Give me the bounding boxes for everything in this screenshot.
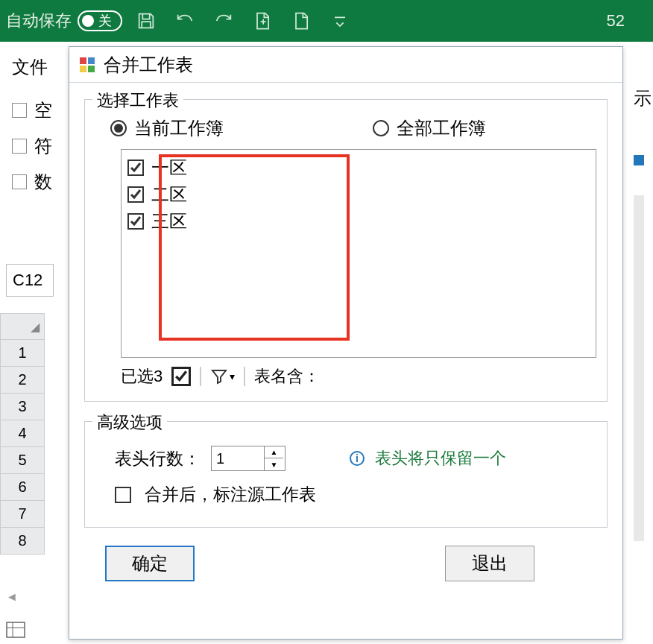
mark-source-checkbox[interactable] <box>115 487 131 503</box>
svg-rect-5 <box>80 66 86 72</box>
save-icon[interactable] <box>131 6 161 36</box>
statusbar-icon[interactable] <box>6 622 25 641</box>
sheet-list[interactable]: 一区 二区 三区 <box>121 149 596 358</box>
toolbar-overflow-icon[interactable] <box>325 6 355 36</box>
filter-item-number[interactable]: 数 <box>0 164 67 200</box>
select-sheets-legend: 选择工作表 <box>92 89 183 112</box>
cell-reference-box[interactable]: C12 <box>6 264 54 297</box>
ribbon-right-number: 52 <box>607 11 647 31</box>
undo-icon[interactable] <box>170 6 200 36</box>
row-header[interactable]: 1 <box>0 340 45 367</box>
row-header[interactable]: 7 <box>0 501 45 528</box>
header-rows-input[interactable] <box>212 446 264 470</box>
row-headers: ◢ 1 2 3 4 5 6 7 8 <box>0 313 45 555</box>
radio-all-workbooks[interactable]: 全部工作簿 <box>373 116 486 140</box>
select-all-corner[interactable]: ◢ <box>0 313 45 340</box>
svg-rect-4 <box>88 57 95 64</box>
top-ribbon: 自动保存 关 52 <box>0 0 653 42</box>
right-gray-bar <box>634 195 644 541</box>
sheet-item[interactable]: 一区 <box>127 154 590 181</box>
radio-icon <box>110 120 127 136</box>
select-all-checkbox[interactable] <box>171 367 191 386</box>
file-tab[interactable]: 文件 <box>0 42 67 92</box>
dialog-buttons: 确定 退出 <box>69 528 622 581</box>
dialog-titlebar: 合并工作表 <box>69 47 622 83</box>
redo-icon[interactable] <box>209 6 239 36</box>
header-rows-spinner[interactable]: ▲ ▼ <box>211 446 286 471</box>
dialog-app-icon <box>78 56 96 74</box>
scroll-left-icon[interactable]: ◄ <box>6 590 18 602</box>
sheet-item[interactable]: 三区 <box>127 208 590 235</box>
spin-down-button[interactable]: ▼ <box>265 458 283 470</box>
mark-source-label: 合并后，标注源工作表 <box>145 483 316 506</box>
row-header[interactable]: 6 <box>0 474 45 501</box>
exit-button[interactable]: 退出 <box>445 546 534 581</box>
radio-icon <box>373 120 389 136</box>
svg-rect-3 <box>80 57 86 64</box>
selected-count-label: 已选3 <box>121 365 163 388</box>
checkbox-icon[interactable] <box>127 160 144 176</box>
autosave-toggle[interactable]: 关 <box>78 10 122 31</box>
advanced-options-legend: 高级选项 <box>92 411 167 434</box>
row-header[interactable]: 5 <box>0 447 45 474</box>
doc-plus-icon[interactable] <box>247 6 277 36</box>
row-header[interactable]: 2 <box>0 367 45 394</box>
ok-button[interactable]: 确定 <box>105 546 195 581</box>
checkbox-icon[interactable] <box>127 186 144 203</box>
advanced-options-group: 高级选项 表头行数： ▲ ▼ i 表头将只保留一个 合并后，标注源工作表 <box>84 421 608 528</box>
filter-item-blank[interactable]: 空 <box>0 92 67 128</box>
checkbox-icon[interactable] <box>127 213 144 230</box>
name-contains-label: 表名含： <box>254 365 320 388</box>
svg-rect-0 <box>7 622 25 637</box>
spin-up-button[interactable]: ▲ <box>265 446 283 458</box>
right-label: 示 <box>628 42 653 110</box>
right-strip: 示 <box>628 42 653 644</box>
info-icon: i <box>350 451 365 466</box>
select-sheets-group: 选择工作表 当前工作簿 全部工作簿 一区 二区 三区 <box>84 99 608 402</box>
autosave-state: 关 <box>98 12 112 30</box>
row-header[interactable]: 4 <box>0 420 45 447</box>
autosave-label: 自动保存 <box>6 10 72 32</box>
row-header[interactable]: 8 <box>0 528 45 555</box>
sheet-item[interactable]: 二区 <box>127 181 590 208</box>
info-text: 表头将只保留一个 <box>375 447 506 470</box>
merge-sheets-dialog: 合并工作表 选择工作表 当前工作簿 全部工作簿 一区 二区 <box>69 46 623 640</box>
dialog-title: 合并工作表 <box>104 53 193 77</box>
radio-current-workbook[interactable]: 当前工作簿 <box>110 116 224 140</box>
svg-rect-6 <box>88 66 95 72</box>
new-doc-icon[interactable] <box>286 6 316 36</box>
filter-item-symbol[interactable]: 符 <box>0 128 67 164</box>
sheet-list-footer: 已选3 ▾ 表名含： <box>95 358 596 388</box>
header-rows-label: 表头行数： <box>115 447 201 470</box>
right-indicator <box>634 155 644 165</box>
row-header[interactable]: 3 <box>0 394 45 420</box>
filter-button[interactable]: ▾ <box>210 367 235 385</box>
